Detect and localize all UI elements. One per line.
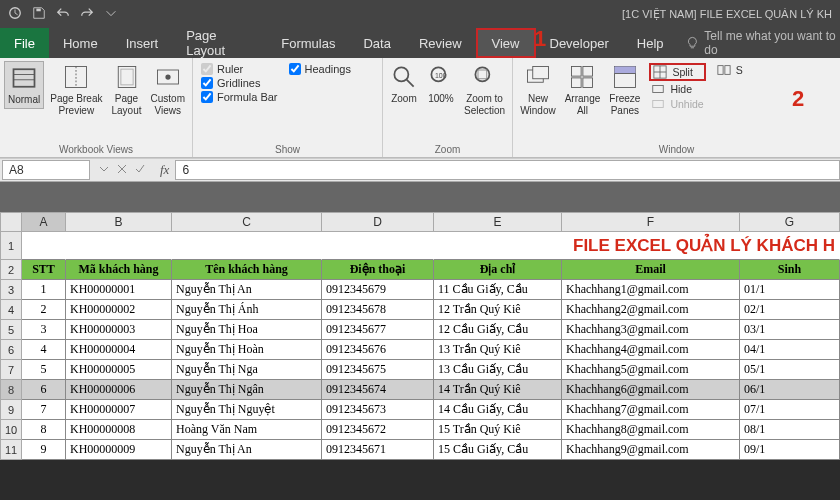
- col-header-e[interactable]: E: [434, 212, 562, 232]
- cell-sinh[interactable]: 01/1: [740, 280, 840, 300]
- row-header[interactable]: 10: [0, 420, 22, 440]
- chevron-down-icon[interactable]: [98, 163, 110, 178]
- cell-sinh[interactable]: 08/1: [740, 420, 840, 440]
- cell-stt[interactable]: 5: [22, 360, 66, 380]
- row-header[interactable]: 6: [0, 340, 22, 360]
- cell-email[interactable]: Khachhang1@gmail.com: [562, 280, 740, 300]
- gridlines-checkbox[interactable]: Gridlines: [201, 77, 278, 89]
- cell-ten[interactable]: Nguyễn Thị Hoàn: [172, 340, 322, 360]
- cell-dc[interactable]: 15 Trần Quý Kiê: [434, 420, 562, 440]
- cell-dc[interactable]: 14 Cầu Giấy, Cầu: [434, 400, 562, 420]
- cell-email[interactable]: Khachhang9@gmail.com: [562, 440, 740, 460]
- cell-sinh[interactable]: 09/1: [740, 440, 840, 460]
- cell-stt[interactable]: 4: [22, 340, 66, 360]
- cell-ten[interactable]: Nguyễn Thị Nguyệt: [172, 400, 322, 420]
- tell-me-search[interactable]: Tell me what you want to do: [686, 28, 840, 58]
- tab-help[interactable]: Help: [623, 28, 678, 58]
- cell-email[interactable]: Khachhang8@gmail.com: [562, 420, 740, 440]
- custom-views-button[interactable]: Custom Views: [148, 61, 188, 118]
- cell-dt[interactable]: 0912345678: [322, 300, 434, 320]
- save-icon[interactable]: [32, 6, 46, 22]
- tab-file[interactable]: File: [0, 28, 49, 58]
- row-header[interactable]: 8: [0, 380, 22, 400]
- cell-stt[interactable]: 7: [22, 400, 66, 420]
- fx-label[interactable]: fx: [154, 162, 175, 178]
- cell-email[interactable]: Khachhang4@gmail.com: [562, 340, 740, 360]
- row-header[interactable]: 2: [0, 260, 22, 280]
- row-header[interactable]: 5: [0, 320, 22, 340]
- col-header-g[interactable]: G: [740, 212, 840, 232]
- col-header-d[interactable]: D: [322, 212, 434, 232]
- page-layout-button[interactable]: Page Layout: [109, 61, 145, 118]
- sheet-title[interactable]: FILE EXCEL QUẢN LÝ KHÁCH H: [434, 232, 840, 260]
- new-window-button[interactable]: New Window: [517, 61, 559, 118]
- redo-icon[interactable]: [80, 6, 94, 22]
- cell-ma[interactable]: KH00000009: [66, 440, 172, 460]
- tab-developer[interactable]: Developer: [536, 28, 623, 58]
- zoom-selection-button[interactable]: Zoom to Selection: [461, 61, 508, 118]
- hide-button[interactable]: Hide: [649, 82, 705, 96]
- cell-ma[interactable]: KH00000006: [66, 380, 172, 400]
- cell-email[interactable]: Khachhang3@gmail.com: [562, 320, 740, 340]
- cell-ten[interactable]: Nguyễn Thị An: [172, 280, 322, 300]
- cell-ma[interactable]: KH00000008: [66, 420, 172, 440]
- confirm-icon[interactable]: [134, 163, 146, 178]
- cell-dc[interactable]: 12 Trần Quý Kiê: [434, 300, 562, 320]
- cell-dt[interactable]: 0912345679: [322, 280, 434, 300]
- hdr-dc[interactable]: Địa chỉ: [434, 260, 562, 280]
- col-header-b[interactable]: B: [66, 212, 172, 232]
- arrange-all-button[interactable]: Arrange All: [562, 61, 604, 118]
- qt-dropdown-icon[interactable]: [104, 6, 118, 22]
- row-header[interactable]: 4: [0, 300, 22, 320]
- cell-sinh[interactable]: 06/1: [740, 380, 840, 400]
- hdr-dt[interactable]: Điện thoại: [322, 260, 434, 280]
- cell-dc[interactable]: 12 Cầu Giấy, Cầu: [434, 320, 562, 340]
- cell-dc[interactable]: 15 Cầu Giấy, Cầu: [434, 440, 562, 460]
- headings-checkbox[interactable]: Headings: [289, 63, 351, 75]
- zoom-button[interactable]: Zoom: [387, 61, 421, 107]
- cell-dt[interactable]: 0912345676: [322, 340, 434, 360]
- row-header[interactable]: 9: [0, 400, 22, 420]
- tab-home[interactable]: Home: [49, 28, 112, 58]
- split-button[interactable]: Split: [649, 63, 705, 81]
- side-by-side-button[interactable]: S: [715, 63, 745, 77]
- cell-stt[interactable]: 6: [22, 380, 66, 400]
- tab-insert[interactable]: Insert: [112, 28, 173, 58]
- page-break-preview-button[interactable]: Page Break Preview: [47, 61, 105, 118]
- autosave-icon[interactable]: [8, 6, 22, 22]
- cell-ma[interactable]: KH00000005: [66, 360, 172, 380]
- cell-dt[interactable]: 0912345671: [322, 440, 434, 460]
- cell-ten[interactable]: Hoàng Văn Nam: [172, 420, 322, 440]
- tab-view[interactable]: View: [476, 28, 536, 58]
- cell-sinh[interactable]: 03/1: [740, 320, 840, 340]
- hdr-ma[interactable]: Mã khách hàng: [66, 260, 172, 280]
- ruler-checkbox[interactable]: Ruler: [201, 63, 278, 75]
- formula-bar-checkbox[interactable]: Formula Bar: [201, 91, 278, 103]
- cell-stt[interactable]: 2: [22, 300, 66, 320]
- unhide-button[interactable]: Unhide: [649, 97, 705, 111]
- cell-dt[interactable]: 0912345674: [322, 380, 434, 400]
- cancel-icon[interactable]: [116, 163, 128, 178]
- cell-stt[interactable]: 8: [22, 420, 66, 440]
- cell-sinh[interactable]: 05/1: [740, 360, 840, 380]
- cell-ten[interactable]: Nguyễn Thị An: [172, 440, 322, 460]
- formula-input[interactable]: 6: [175, 160, 840, 180]
- worksheet[interactable]: A B C D E F G 1 FILE EXCEL QUẢN LÝ KHÁCH…: [0, 212, 840, 460]
- cell-ma[interactable]: KH00000001: [66, 280, 172, 300]
- name-box[interactable]: A8: [2, 160, 90, 180]
- select-all-corner[interactable]: [0, 212, 22, 232]
- hdr-sinh[interactable]: Sinh: [740, 260, 840, 280]
- cell-stt[interactable]: 1: [22, 280, 66, 300]
- cell-ma[interactable]: KH00000004: [66, 340, 172, 360]
- cell-dc[interactable]: 14 Trần Quý Kiê: [434, 380, 562, 400]
- cell-dt[interactable]: 0912345677: [322, 320, 434, 340]
- cell-dc[interactable]: 13 Trần Quý Kiê: [434, 340, 562, 360]
- hdr-ten[interactable]: Tên khách hàng: [172, 260, 322, 280]
- cell-email[interactable]: Khachhang6@gmail.com: [562, 380, 740, 400]
- cell-dc[interactable]: 11 Cầu Giấy, Cầu: [434, 280, 562, 300]
- hdr-stt[interactable]: STT: [22, 260, 66, 280]
- cell-ma[interactable]: KH00000003: [66, 320, 172, 340]
- col-header-c[interactable]: C: [172, 212, 322, 232]
- cell-ma[interactable]: KH00000007: [66, 400, 172, 420]
- zoom-100-button[interactable]: 100100%: [424, 61, 458, 107]
